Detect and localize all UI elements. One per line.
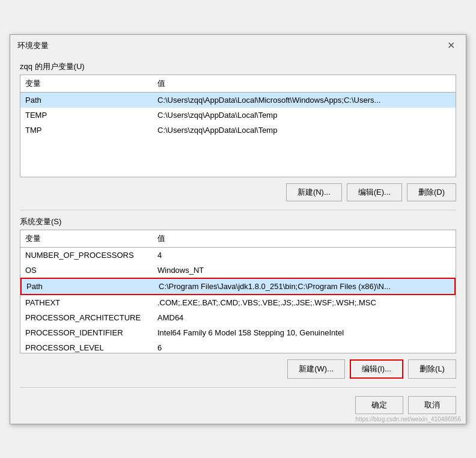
close-button[interactable]: ✕ (444, 40, 459, 52)
user-variables-table: 变量 值 Path C:\Users\zqq\AppData\Local\Mic… (20, 75, 456, 177)
system-col-val-header: 值 (153, 232, 456, 245)
sys-row-1-var: OS (20, 264, 153, 276)
title-bar: 环境变量 ✕ (10, 35, 466, 55)
dialog-title: 环境变量 (17, 40, 49, 51)
sys-row-5-var: PROCESSOR_IDENTIFIER (20, 327, 153, 338)
section-divider (20, 210, 456, 210)
user-row-2-val: C:\Users\zqq\AppData\Local\Temp (153, 124, 456, 136)
sys-row-4-var: PROCESSOR_ARCHITECTURE (20, 312, 153, 323)
table-row[interactable]: TMP C:\Users\zqq\AppData\Local\Temp (20, 123, 456, 138)
sys-row-3-var: PATHEXT (20, 297, 153, 308)
user-row-0-val: C:\Users\zqq\AppData\Local\Microsoft\Win… (153, 94, 456, 106)
table-row[interactable]: OS Windows_NT (20, 263, 456, 278)
dialog-content: zqq 的用户变量(U) 变量 值 Path C:\Users\zqq\AppD… (10, 55, 466, 424)
user-row-1-val: C:\Users\zqq\AppData\Local\Temp (153, 109, 456, 121)
table-row[interactable]: PROCESSOR_ARCHITECTURE AMD64 (20, 310, 456, 325)
bottom-buttons-row: 确定 取消 (20, 396, 456, 414)
sys-row-5-val: Intel64 Family 6 Model 158 Stepping 10, … (153, 327, 456, 338)
user-edit-button[interactable]: 编辑(E)... (347, 183, 402, 201)
user-table-body: Path C:\Users\zqq\AppData\Local\Microsof… (20, 93, 456, 177)
user-row-2-var: TMP (20, 124, 153, 136)
user-col-val-header: 值 (153, 77, 456, 90)
system-col-var-header: 变量 (20, 232, 153, 245)
cancel-button[interactable]: 取消 (408, 396, 456, 414)
user-delete-button[interactable]: 删除(D) (407, 183, 456, 201)
sys-row-6-val: 6 (153, 342, 456, 353)
watermark-text: https://blog.csdn.net/weixin_410486956 (355, 416, 461, 423)
user-col-var-header: 变量 (20, 77, 153, 90)
sys-row-2-var: Path (22, 281, 154, 292)
table-row[interactable]: TEMP C:\Users\zqq\AppData\Local\Temp (20, 108, 456, 123)
system-edit-button[interactable]: 编辑(I)... (350, 359, 403, 379)
system-variables-table: 变量 值 NUMBER_OF_PROCESSORS 4 OS Windows_N… (20, 230, 456, 353)
environment-variables-dialog: 环境变量 ✕ zqq 的用户变量(U) 变量 值 Path C:\Users\z… (10, 34, 466, 424)
sys-row-1-val: Windows_NT (153, 264, 456, 276)
system-section-label: 系统变量(S) (20, 216, 456, 227)
sys-row-4-val: AMD64 (153, 312, 456, 323)
system-delete-button[interactable]: 删除(L) (408, 359, 456, 379)
user-row-1-var: TEMP (20, 109, 153, 121)
system-new-button[interactable]: 新建(W)... (287, 359, 345, 379)
sys-row-3-val: .COM;.EXE;.BAT;.CMD;.VBS;.VBE;.JS;.JSE;.… (153, 297, 456, 308)
system-table-header: 变量 值 (20, 230, 456, 248)
sys-row-0-val: 4 (153, 249, 456, 261)
table-row[interactable]: Path C:\Users\zqq\AppData\Local\Microsof… (20, 93, 456, 108)
bottom-divider (20, 387, 456, 388)
user-row-0-var: Path (20, 94, 153, 106)
table-row-path[interactable]: Path C:\Program Files\Java\jdk1.8.0_251\… (20, 278, 456, 295)
user-buttons-row: 新建(N)... 编辑(E)... 删除(D) (20, 183, 456, 201)
sys-row-6-var: PROCESSOR_LEVEL (20, 342, 153, 353)
ok-button[interactable]: 确定 (355, 396, 403, 414)
system-table-body: NUMBER_OF_PROCESSORS 4 OS Windows_NT Pat… (20, 248, 456, 353)
table-row[interactable]: NUMBER_OF_PROCESSORS 4 (20, 248, 456, 263)
table-row[interactable]: PATHEXT .COM;.EXE;.BAT;.CMD;.VBS;.VBE;.J… (20, 295, 456, 310)
system-buttons-row: 新建(W)... 编辑(I)... 删除(L) (20, 359, 456, 379)
sys-row-0-var: NUMBER_OF_PROCESSORS (20, 249, 153, 261)
sys-row-2-val: C:\Program Files\Java\jdk1.8.0_251\bin;C… (154, 281, 454, 292)
user-section-label: zqq 的用户变量(U) (20, 61, 456, 72)
user-table-header: 变量 值 (20, 75, 456, 93)
table-row[interactable]: PROCESSOR_LEVEL 6 (20, 340, 456, 353)
table-row[interactable]: PROCESSOR_IDENTIFIER Intel64 Family 6 Mo… (20, 325, 456, 340)
user-new-button[interactable]: 新建(N)... (286, 183, 342, 201)
